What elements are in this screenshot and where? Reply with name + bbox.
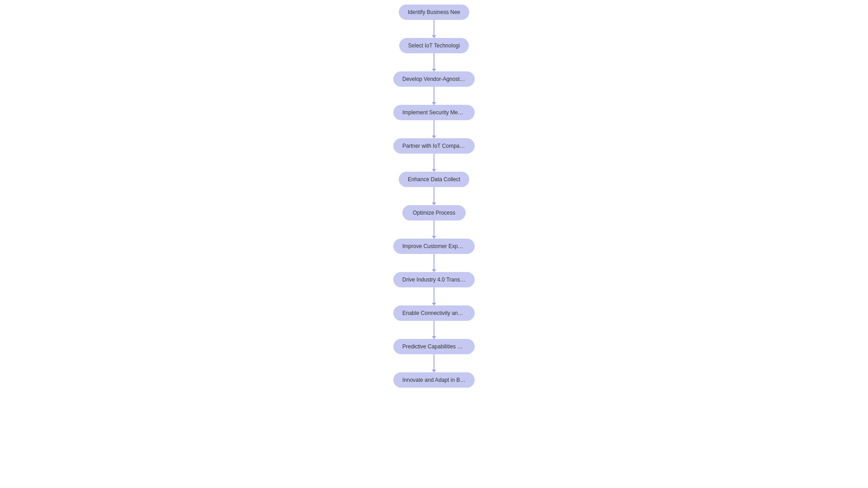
node-8[interactable]: Improve Customer Experien [393, 239, 475, 254]
node-10[interactable]: Enable Connectivity and Data-Driven Insi [393, 305, 475, 321]
connector-5 [434, 154, 434, 172]
node-7[interactable]: Optimize Process [402, 205, 466, 221]
node-6[interactable]: Enhance Data Collect [399, 172, 469, 187]
connector-3 [434, 87, 434, 105]
connector-10 [434, 321, 434, 339]
connector-4 [434, 120, 434, 138]
node-11[interactable]: Predictive Capabilities and Optimiza [393, 339, 475, 354]
node-9[interactable]: Drive Industry 4.0 Transformat [393, 272, 475, 287]
node-2[interactable]: Select IoT Technologi [399, 38, 469, 53]
connector-8 [434, 254, 434, 272]
node-12[interactable]: Innovate and Adapt in Business Opera [393, 372, 475, 388]
connector-7 [434, 221, 434, 239]
connector-9 [434, 287, 434, 305]
connector-2 [434, 53, 434, 71]
node-4[interactable]: Implement Security Measu [393, 105, 475, 120]
connector-1 [434, 20, 434, 38]
node-3[interactable]: Develop Vendor-Agnostic Appro [393, 71, 475, 87]
node-1[interactable]: Identify Business Nee [399, 5, 469, 20]
connector-11 [434, 354, 434, 372]
connector-6 [434, 187, 434, 205]
node-5[interactable]: Partner with IoT Companies for Exper [393, 138, 475, 154]
flowchart: Identify Business NeeSelect IoT Technolo… [393, 0, 475, 388]
